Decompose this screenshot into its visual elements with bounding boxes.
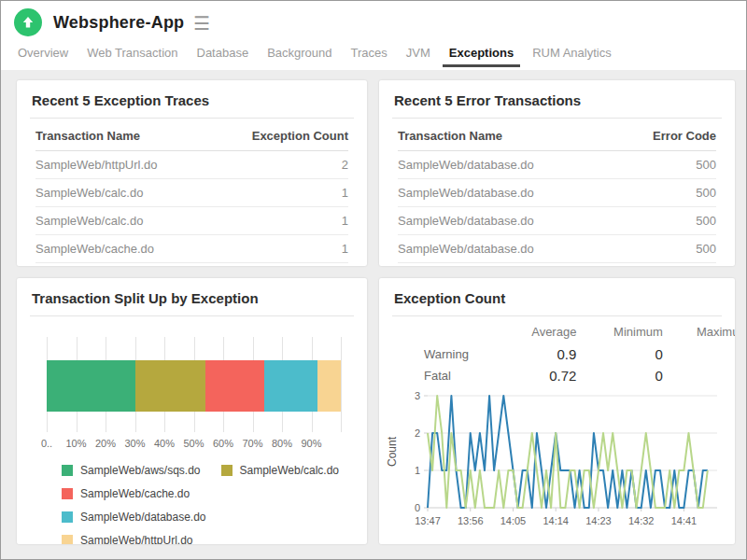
fatal-maximum: 3 (663, 365, 735, 386)
panel-title: Recent 5 Exception Traces (17, 80, 367, 118)
bar-grid-line (341, 337, 342, 432)
table-row[interactable]: SampleWeb/calc.do 1 (35, 179, 348, 207)
tab-overview[interactable]: Overview (11, 44, 75, 67)
y-tick-label: 3 (415, 390, 420, 401)
error-code-cell: 500 (615, 263, 716, 267)
fatal-average: 0.72 (490, 365, 576, 386)
table-row[interactable]: SampleWeb/cache.do 1 (35, 235, 348, 263)
x-tick-label: 13:47 (415, 515, 441, 526)
stacked-bar-chart: 0..10%20%30%40%50%60%70%80%90% (47, 337, 341, 449)
tab-background[interactable]: Background (261, 44, 338, 67)
exception-count-cell: 1 (218, 263, 348, 267)
transaction-name-cell: SampleWeb/calc.do (35, 179, 218, 207)
transaction-name-cell: SampleWeb/database.do (398, 235, 615, 263)
column-header-exception-count: Exception Count (218, 120, 348, 151)
bar-legend-item[interactable]: SampleWeb/httpUrl.do (62, 534, 193, 544)
transaction-name-cell: SampleWeb/database.do (398, 263, 615, 267)
dashboard: Recent 5 Exception Traces Transaction Na… (1, 70, 746, 544)
panel-error-transactions: Recent 5 Error Transactions Transaction … (379, 80, 735, 266)
legend-swatch (62, 511, 73, 523)
stats-header-average: Average (490, 319, 576, 343)
transaction-name-cell: SampleWeb/database.do (398, 179, 615, 207)
tab-jvm[interactable]: JVM (400, 44, 437, 67)
exception-traces-table: Transaction Name Exception Count SampleW… (35, 120, 348, 266)
transaction-name-cell: SampleWeb/database.do (35, 263, 218, 267)
tab-web-transaction[interactable]: Web Transaction (80, 44, 184, 67)
stats-row-fatal: Fatal 0.72 0 3 (379, 365, 735, 386)
bar-segment[interactable] (264, 360, 317, 412)
exception-count-cell: 1 (218, 179, 348, 207)
bar-x-tick-label: 0.. (41, 438, 52, 449)
exception-count-cell: 2 (218, 151, 348, 179)
x-tick-label: 13:56 (458, 515, 484, 526)
app-header: Websphere-App ☰ (1, 1, 746, 44)
transaction-name-cell: SampleWeb/database.do (398, 207, 615, 235)
stacked-bar (47, 360, 341, 412)
table-row[interactable]: SampleWeb/database.do 500 (398, 263, 716, 267)
table-row[interactable]: SampleWeb/database.do 500 (398, 151, 716, 179)
panel-title: Recent 5 Error Transactions (379, 80, 735, 118)
transaction-name-cell: SampleWeb/database.do (398, 151, 615, 179)
divider (392, 118, 722, 119)
transaction-name-cell: SampleWeb/cache.do (35, 235, 218, 263)
table-row[interactable]: SampleWeb/database.do 500 (398, 207, 716, 235)
error-transactions-table: Transaction Name Error Code SampleWeb/da… (398, 120, 716, 266)
panel-title: Transaction Split Up by Exception (17, 278, 367, 315)
legend-swatch (62, 488, 73, 499)
column-header-error-code: Error Code (615, 120, 716, 151)
tab-bar: Overview Web Transaction Database Backgr… (1, 44, 746, 70)
bar-legend-item[interactable]: SampleWeb/aws/sqs.do (62, 464, 201, 477)
app-title: Websphere-App (53, 13, 184, 33)
table-row[interactable]: SampleWeb/httpUrl.do 2 (35, 151, 348, 179)
bar-legend-item[interactable]: SampleWeb/cache.do (62, 487, 190, 500)
tab-database[interactable]: Database (190, 44, 256, 67)
column-header-transaction-name: Transaction Name (398, 120, 615, 151)
legend-swatch (62, 535, 73, 544)
table-row[interactable]: SampleWeb/database.do 500 (398, 235, 716, 263)
divider (30, 118, 354, 119)
legend-label: SampleWeb/calc.do (240, 464, 340, 477)
bar-x-tick-label: 20% (95, 438, 116, 449)
x-tick-label: 14:32 (628, 515, 655, 526)
y-tick-label: 1 (415, 465, 420, 476)
error-code-cell: 500 (615, 179, 716, 207)
tab-rum-analytics[interactable]: RUM Analytics (526, 44, 618, 67)
bar-x-tick-label: 60% (213, 438, 233, 449)
warning-maximum: 3 (663, 343, 735, 365)
exception-stats-table: Average Minimum Maximum Warning 0.9 0 3 … (379, 319, 735, 386)
x-tick-label: 14:05 (500, 515, 527, 526)
stats-row-label: Warning (379, 343, 490, 365)
stats-row-label: Fatal (379, 365, 490, 386)
legend-label: SampleWeb/aws/sqs.do (80, 464, 201, 477)
bar-segment[interactable] (317, 360, 341, 412)
bar-segment[interactable] (205, 360, 264, 412)
warning-minimum: 0 (576, 343, 662, 365)
bar-legend-item[interactable]: SampleWeb/database.do (62, 511, 206, 524)
x-tick-label: 14:41 (671, 515, 698, 526)
exception-count-cell: 1 (218, 207, 348, 235)
table-row[interactable]: SampleWeb/database.do 500 (398, 179, 716, 207)
y-axis-label: Count (386, 436, 399, 467)
tab-traces[interactable]: Traces (345, 44, 394, 67)
table-row[interactable]: SampleWeb/calc.do 1 (35, 207, 348, 235)
transaction-name-cell: SampleWeb/httpUrl.do (35, 151, 218, 179)
divider (30, 315, 354, 316)
hamburger-menu-icon[interactable]: ☰ (193, 12, 210, 33)
legend-label: SampleWeb/httpUrl.do (80, 534, 193, 544)
stats-header-maximum: Maximum (663, 319, 735, 343)
bar-x-tick-label: 90% (301, 438, 321, 449)
transaction-name-cell: SampleWeb/calc.do (35, 207, 218, 235)
bar-x-tick-label: 70% (242, 438, 262, 449)
table-row[interactable]: SampleWeb/database.do 1 (35, 263, 348, 267)
panel-exception-traces: Recent 5 Exception Traces Transaction Na… (17, 80, 367, 266)
divider (392, 315, 722, 316)
bar-x-tick-label: 30% (124, 438, 145, 449)
exception-stats-wrap: Average Minimum Maximum Warning 0.9 0 3 … (379, 319, 735, 386)
column-header-transaction-name: Transaction Name (35, 120, 218, 151)
tab-exceptions[interactable]: Exceptions (443, 44, 520, 67)
legend-swatch (221, 465, 233, 476)
bar-x-tick-label: 40% (154, 438, 175, 449)
bar-legend-item[interactable]: SampleWeb/calc.do (221, 464, 340, 477)
bar-segment[interactable] (135, 360, 206, 412)
bar-segment[interactable] (47, 360, 135, 412)
